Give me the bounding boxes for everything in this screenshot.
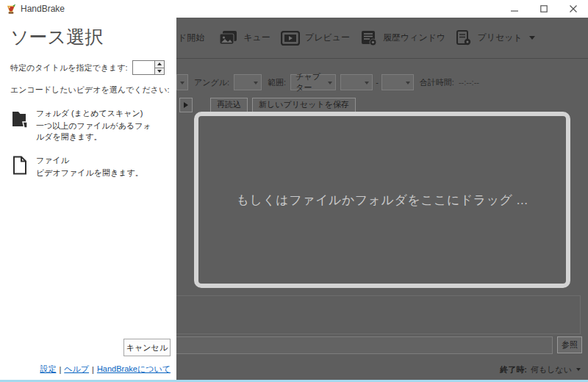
queue-label: キュー bbox=[243, 32, 270, 44]
angle-select[interactable] bbox=[234, 74, 262, 90]
toolbar-presets[interactable]: プリセット bbox=[456, 30, 534, 46]
source-settings-row: アングル: 範囲: チャプター - 合計時間: --:--:-- bbox=[176, 73, 588, 91]
settings-link[interactable]: 設定 bbox=[40, 364, 56, 375]
file-icon bbox=[10, 155, 29, 179]
browse-button[interactable]: 参照 bbox=[557, 336, 582, 353]
choose-video-label: エンコードしたいビデオを選んでください: bbox=[10, 84, 171, 96]
output-group-box bbox=[176, 295, 581, 334]
close-icon[interactable] bbox=[559, 0, 588, 18]
spin-up-button[interactable] bbox=[155, 61, 164, 68]
range-type-select[interactable]: チャプター bbox=[290, 74, 336, 90]
arrow-up-icon bbox=[157, 62, 162, 65]
link-separator: | bbox=[92, 365, 94, 374]
save-new-preset-button[interactable]: 新しいプリセットを保存 bbox=[252, 98, 356, 112]
preset-actions-row: 再読込 新しいプリセットを保存 bbox=[179, 97, 356, 112]
spin-down-button[interactable] bbox=[155, 68, 164, 75]
reload-button[interactable]: 再読込 bbox=[210, 98, 248, 112]
main-toolbar: ド開始 キュー プ bbox=[176, 18, 588, 59]
arrow-down-icon bbox=[157, 70, 162, 73]
toolbar-preview[interactable]: プレビュー bbox=[281, 31, 350, 46]
open-folder-option[interactable]: フォルダ (まとめてスキャン) 一つ以上のファイルがあるフォルダを開きます。 bbox=[10, 108, 171, 143]
when-done-label: 終了時: bbox=[500, 364, 527, 375]
toolbar-activity-window[interactable]: 履歴ウィンドウ bbox=[360, 30, 445, 46]
titlebar[interactable]: HandBrake bbox=[0, 0, 588, 18]
presets-panel-toggle-button[interactable] bbox=[179, 98, 193, 112]
range-label: 範囲: bbox=[268, 77, 286, 88]
queue-icon bbox=[219, 30, 238, 46]
window-controls bbox=[500, 0, 588, 18]
file-option-description: ビデオファイルを開きます。 bbox=[36, 167, 143, 179]
range-end-select[interactable] bbox=[381, 74, 414, 90]
chevron-down-icon bbox=[180, 82, 184, 84]
title-number-row: 特定のタイトルを指定できます: bbox=[10, 60, 171, 75]
about-handbrake-link[interactable]: HandBrakeについて bbox=[97, 364, 171, 375]
panel-footer-links: 設定 | ヘルプ | HandBrakeについて bbox=[40, 364, 171, 375]
range-start-select[interactable] bbox=[340, 74, 373, 90]
title-number-input[interactable] bbox=[132, 60, 154, 75]
open-file-option[interactable]: ファイル ビデオファイルを開きます。 bbox=[10, 155, 171, 179]
presets-label: プリセット bbox=[477, 32, 522, 44]
status-bar: 終了時: 何もしない bbox=[176, 362, 581, 377]
handbrake-window: HandBrake ド開始 bbox=[0, 0, 588, 382]
preview-icon bbox=[281, 31, 300, 46]
chevron-down-icon bbox=[406, 82, 410, 84]
chevron-down-icon bbox=[576, 368, 581, 371]
destination-row: 参照 bbox=[176, 336, 582, 354]
chevron-down-icon bbox=[254, 82, 258, 84]
folder-icon bbox=[10, 108, 29, 143]
duration-label: 合計時間: bbox=[420, 77, 454, 88]
minimize-icon[interactable] bbox=[500, 0, 529, 18]
help-link[interactable]: ヘルプ bbox=[64, 364, 89, 375]
toolbar-queue[interactable]: キュー bbox=[219, 30, 270, 46]
when-done-select[interactable]: 何もしない bbox=[531, 364, 572, 375]
arrow-right-icon bbox=[184, 102, 188, 108]
title-number-label: 特定のタイトルを指定できます: bbox=[10, 62, 128, 73]
range-separator: - bbox=[376, 78, 379, 87]
title-select[interactable] bbox=[176, 74, 188, 90]
drag-drop-zone[interactable]: もしくはファイルかフォルダをここにドラッグ ... bbox=[194, 112, 570, 288]
angle-label: アングル: bbox=[194, 77, 229, 88]
preview-label: プレビュー bbox=[305, 32, 350, 44]
file-option-name: ファイル bbox=[36, 155, 143, 166]
window-title: HandBrake bbox=[21, 4, 65, 14]
activity-window-icon bbox=[360, 30, 378, 46]
presets-dropdown-icon bbox=[529, 36, 535, 40]
main-window-dimmed: ド開始 キュー プ bbox=[176, 18, 588, 380]
handbrake-logo bbox=[5, 4, 16, 15]
toolbar-start-encode[interactable]: ド開始 bbox=[178, 32, 204, 44]
duration-value: --:--:-- bbox=[459, 78, 479, 87]
folder-option-name: フォルダ (まとめてスキャン) bbox=[36, 108, 159, 119]
cancel-button[interactable]: キャンセル bbox=[123, 339, 171, 356]
presets-icon bbox=[456, 30, 472, 46]
link-separator: | bbox=[59, 365, 61, 374]
folder-option-description: 一つ以上のファイルがあるフォルダを開きます。 bbox=[36, 120, 159, 143]
chevron-down-icon bbox=[328, 82, 332, 84]
source-select-panel: ソース選択 特定のタイトルを指定できます: エンコードしたいビデオを選んでくださ… bbox=[0, 18, 176, 380]
title-number-spinbox bbox=[132, 60, 165, 75]
drop-zone-message: もしくはファイルかフォルダをここにドラッグ ... bbox=[237, 192, 528, 209]
chevron-down-icon bbox=[365, 82, 369, 84]
range-type-value: チャプター bbox=[295, 71, 323, 93]
destination-path-input[interactable] bbox=[176, 336, 553, 354]
start-encode-label: ド開始 bbox=[178, 32, 204, 44]
activity-window-label: 履歴ウィンドウ bbox=[383, 32, 445, 44]
maximize-icon[interactable] bbox=[529, 0, 559, 18]
panel-title: ソース選択 bbox=[10, 25, 171, 49]
